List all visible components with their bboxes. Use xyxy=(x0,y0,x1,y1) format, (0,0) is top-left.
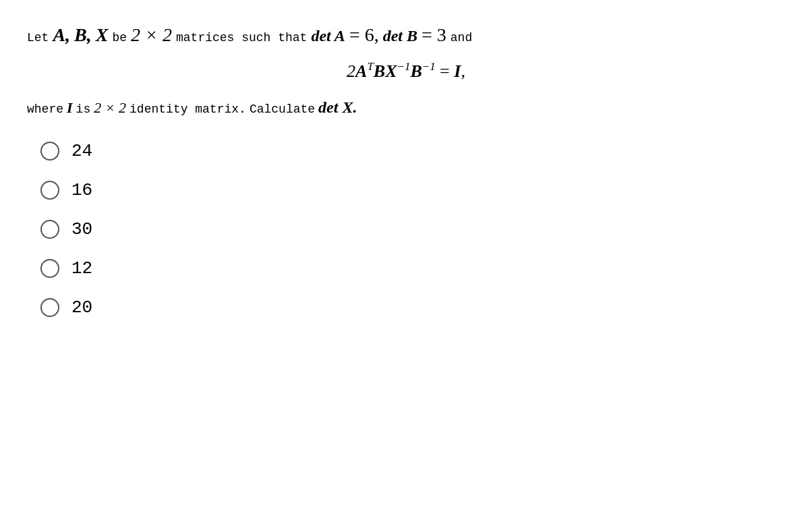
matrices-text: matrices such that xyxy=(176,28,307,48)
label-12: 12 xyxy=(71,258,92,279)
label-24: 24 xyxy=(71,141,92,161)
dim-2x2: 2 × 2 xyxy=(94,96,126,119)
label-20: 20 xyxy=(71,297,92,318)
radio-24[interactable] xyxy=(40,142,59,161)
var-A: A, xyxy=(53,20,70,51)
radio-20[interactable] xyxy=(40,298,59,317)
radio-30[interactable] xyxy=(40,220,59,239)
label-30: 30 xyxy=(71,219,92,239)
radio-16[interactable] xyxy=(40,181,59,200)
where-text: where xyxy=(27,100,63,119)
det-text-2: det B xyxy=(383,23,417,49)
det-X-text: det X. xyxy=(318,94,357,120)
calculate-text: Calculate xyxy=(250,100,315,119)
let-text: Let xyxy=(27,28,49,48)
var-X: X xyxy=(96,20,109,51)
equals-1: = 6, xyxy=(349,20,379,51)
dimension: 2 × 2 xyxy=(131,20,172,51)
option-20[interactable]: 20 xyxy=(40,297,785,318)
problem-statement: Let A, B, X be 2 × 2 matrices such that … xyxy=(27,20,785,121)
var-B: B, xyxy=(74,20,92,51)
option-24[interactable]: 24 xyxy=(40,141,785,161)
and-text: and xyxy=(451,28,472,48)
problem-line3: where I is 2 × 2 identity matrix. Calcul… xyxy=(27,94,785,120)
option-30[interactable]: 30 xyxy=(40,219,785,239)
option-12[interactable]: 12 xyxy=(40,258,785,279)
label-16: 16 xyxy=(71,180,92,200)
is-text: is xyxy=(76,100,91,119)
option-16[interactable]: 16 xyxy=(40,180,785,200)
equals-2: = 3 xyxy=(422,20,446,51)
identity-text: identity matrix. xyxy=(129,100,246,119)
options-container: 24 16 30 12 20 xyxy=(27,141,785,318)
be-text: be xyxy=(112,28,127,48)
var-I: I xyxy=(67,96,73,119)
det-text-1: det A xyxy=(311,23,345,49)
main-equation: 2ATBX−1B−1 = I, xyxy=(27,57,785,86)
problem-line1: Let A, B, X be 2 × 2 matrices such that … xyxy=(27,20,785,51)
radio-12[interactable] xyxy=(40,259,59,278)
